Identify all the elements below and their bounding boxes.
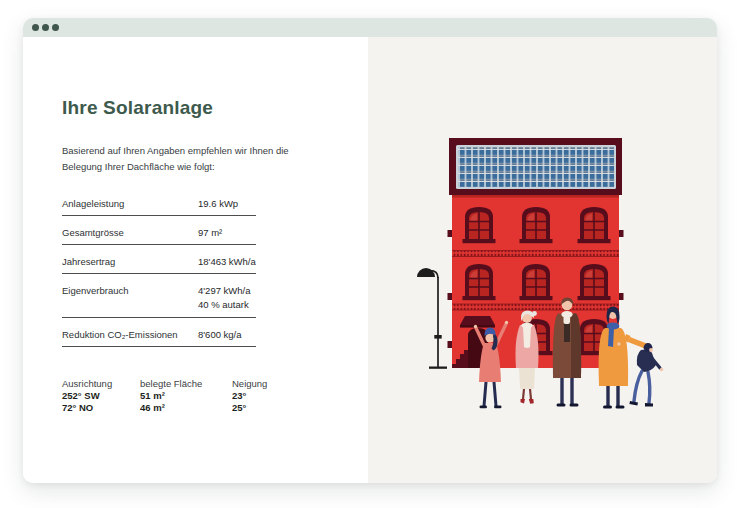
spec-value-line: 40 % autark xyxy=(198,298,251,312)
spec-row-eigenverbrauch: Eigenverbrauch 4'297 kWh/a 40 % autark xyxy=(62,274,256,318)
building-illustration xyxy=(368,37,717,483)
spec-row-anlageleistung: Anlageleistung 19.6 kWp xyxy=(62,187,256,216)
roof-col-value: 25° xyxy=(232,402,292,414)
roof-col-flaeche: belegte Fläche 51 m² 46 m² xyxy=(140,378,232,414)
spec-value: 19.6 kWp xyxy=(198,197,238,210)
spec-label: Jahresertrag xyxy=(62,255,198,268)
roof-details: Ausrichtung 252° SW 72° NO belegte Fläch… xyxy=(62,378,292,414)
spec-value: 8'600 kg/a xyxy=(198,328,242,341)
roof-col-header: belegte Fläche xyxy=(140,378,232,390)
spec-value: 97 m² xyxy=(198,226,222,239)
spec-row-jahresertrag: Jahresertrag 18'463 kWh/a xyxy=(62,245,256,274)
street-lamp-icon xyxy=(417,268,447,369)
window-dot-icon xyxy=(52,24,59,31)
window-content: Ihre Solaranlage Basierend auf Ihren Ang… xyxy=(23,37,717,483)
intro-line-1: Basierend auf Ihren Angaben empfehlen wi… xyxy=(62,145,289,156)
roof-col-value: 51 m² xyxy=(140,390,232,402)
spec-row-gesamtgroesse: Gesamtgrösse 97 m² xyxy=(62,216,256,245)
specs-table: Anlageleistung 19.6 kWp Gesamtgrösse 97 … xyxy=(62,187,256,347)
page-title: Ihre Solaranlage xyxy=(62,97,368,119)
roof-col-value: 252° SW xyxy=(62,390,140,402)
spec-label: Gesamtgrösse xyxy=(62,226,198,239)
intro-text: Basierend auf Ihren Angaben empfehlen wi… xyxy=(62,143,312,174)
roof-col-value: 23° xyxy=(232,390,292,402)
summary-panel: Ihre Solaranlage Basierend auf Ihren Ang… xyxy=(23,37,368,483)
person-boy xyxy=(624,334,663,407)
window-dot-icon xyxy=(32,24,39,31)
roof-col-header: Ausrichtung xyxy=(62,378,140,390)
spec-value-line: 4'297 kWh/a xyxy=(198,284,251,298)
roof-col-value: 72° NO xyxy=(62,402,140,414)
spec-label: Anlageleistung xyxy=(62,197,198,210)
roof-col-neigung: Neigung 23° 25° xyxy=(232,378,292,414)
window-titlebar xyxy=(23,18,717,37)
spec-label: Eigenverbrauch xyxy=(62,284,198,297)
window-dot-icon xyxy=(42,24,49,31)
spec-value: 18'463 kWh/a xyxy=(198,255,256,268)
roof-col-value: 46 m² xyxy=(140,402,232,414)
roof-col-ausrichtung: Ausrichtung 252° SW 72° NO xyxy=(62,378,140,414)
illustration-panel xyxy=(368,37,717,483)
solar-panel xyxy=(456,145,616,189)
spec-label: Reduktion CO₂-Emissionen xyxy=(62,328,198,341)
spec-value: 4'297 kWh/a 40 % autark xyxy=(198,284,251,312)
spec-row-co2-reduktion: Reduktion CO₂-Emissionen 8'600 kg/a xyxy=(62,318,256,347)
intro-line-2: Belegung Ihrer Dachfläche wie folgt: xyxy=(62,161,215,172)
roof-col-header: Neigung xyxy=(232,378,292,390)
browser-window: Ihre Solaranlage Basierend auf Ihren Ang… xyxy=(23,18,717,483)
